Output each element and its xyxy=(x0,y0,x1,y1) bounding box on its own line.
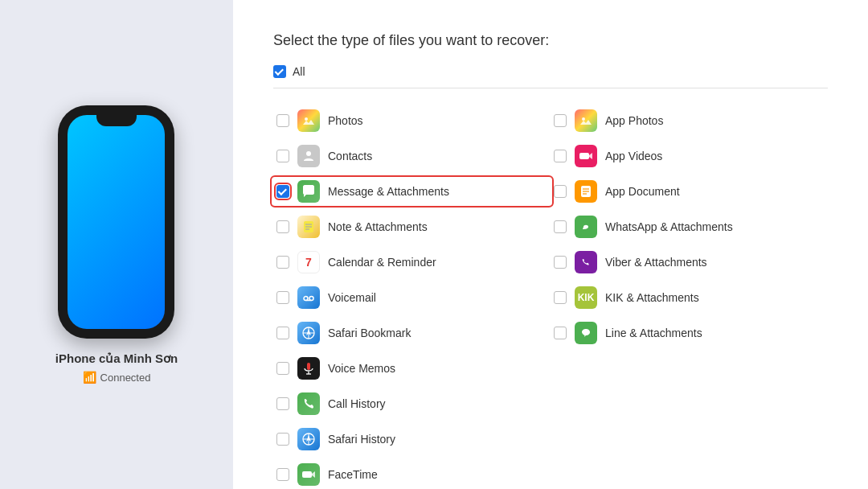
main-content: Select the type of files you want to rec… xyxy=(233,0,868,489)
voicemail-checkbox[interactable] xyxy=(276,291,289,304)
sidebar: iPhone của Minh Sơn 📶 Connected xyxy=(0,0,233,489)
facetime-icon xyxy=(297,463,320,486)
calendar-icon: 7 xyxy=(297,251,320,273)
svg-marker-24 xyxy=(589,153,592,159)
list-item[interactable]: WhatsApp & Attachments xyxy=(551,209,828,244)
notes-label: Note & Attachments xyxy=(328,220,428,233)
connected-text: Connected xyxy=(100,372,151,384)
app-document-checkbox[interactable] xyxy=(554,185,567,198)
app-videos-checkbox[interactable] xyxy=(554,150,567,162)
kik-label: KIK & Attachments xyxy=(605,291,699,304)
voice-memos-checkbox[interactable] xyxy=(276,362,289,375)
list-item[interactable]: Line & Attachments xyxy=(551,315,828,351)
voicemail-icon xyxy=(297,286,320,309)
phone-container: iPhone của Minh Sơn 📶 Connected xyxy=(55,105,178,384)
contacts-checkbox[interactable] xyxy=(276,150,289,162)
line-checkbox[interactable] xyxy=(554,327,567,339)
list-item[interactable]: Safari Bookmark xyxy=(273,315,551,351)
svg-rect-20 xyxy=(302,471,312,478)
list-item[interactable]: KIK KIK & Attachments xyxy=(551,280,828,315)
contacts-icon xyxy=(297,145,320,167)
safari-history-icon xyxy=(297,428,320,450)
kik-icon: KIK xyxy=(575,286,597,309)
whatsapp-checkbox[interactable] xyxy=(554,220,567,233)
safari-bookmark-icon xyxy=(297,322,320,344)
call-history-label: Call History xyxy=(328,397,386,410)
safari-bookmark-checkbox[interactable] xyxy=(276,327,289,339)
call-history-icon xyxy=(297,392,320,415)
page-title: Select the type of files you want to rec… xyxy=(273,32,828,49)
left-column: Photos Contacts xyxy=(273,103,551,489)
list-item[interactable]: Voicemail xyxy=(273,280,551,315)
app-photos-icon xyxy=(575,109,597,132)
app-videos-label: App Videos xyxy=(605,150,662,162)
photos-checkbox[interactable] xyxy=(276,114,289,127)
calendar-label: Calendar & Reminder xyxy=(328,256,436,269)
app-photos-label: App Photos xyxy=(605,114,663,127)
viber-label: Viber & Attachments xyxy=(605,256,707,269)
messages-icon xyxy=(297,180,320,203)
messages-label: Message & Attachments xyxy=(328,185,449,198)
contacts-label: Contacts xyxy=(328,150,372,162)
safari-bookmark-label: Safari Bookmark xyxy=(328,327,411,339)
list-item[interactable]: App Videos xyxy=(551,138,828,174)
facetime-checkbox[interactable] xyxy=(276,468,289,481)
file-type-grid: Photos Contacts xyxy=(273,103,828,489)
list-item[interactable]: Message & Attachments xyxy=(273,174,551,209)
whatsapp-label: WhatsApp & Attachments xyxy=(605,220,733,233)
app-document-icon xyxy=(575,180,597,203)
calendar-checkbox[interactable] xyxy=(276,256,289,269)
connected-badge: 📶 Connected xyxy=(83,371,151,384)
photos-label: Photos xyxy=(328,114,363,127)
notes-icon xyxy=(297,216,320,238)
svg-rect-13 xyxy=(307,363,310,370)
list-item[interactable]: 7 Calendar & Reminder xyxy=(273,244,551,280)
list-item[interactable]: App Document xyxy=(551,174,828,209)
facetime-label: FaceTime xyxy=(328,468,378,481)
app-photos-checkbox[interactable] xyxy=(554,114,567,127)
call-history-checkbox[interactable] xyxy=(276,397,289,410)
list-item[interactable]: Contacts xyxy=(273,138,551,174)
line-icon xyxy=(575,322,597,344)
app-videos-icon xyxy=(575,145,597,167)
voice-memos-label: Voice Memos xyxy=(328,362,395,375)
list-item[interactable]: Photos xyxy=(273,103,551,138)
messages-checkbox[interactable] xyxy=(276,185,289,198)
viber-icon xyxy=(575,251,597,273)
svg-rect-23 xyxy=(579,153,589,159)
all-checkbox[interactable] xyxy=(273,65,286,78)
all-label: All xyxy=(293,65,305,78)
svg-point-30 xyxy=(580,257,592,268)
list-item[interactable]: FaceTime xyxy=(273,457,551,489)
notes-checkbox[interactable] xyxy=(276,220,289,233)
list-item[interactable]: Viber & Attachments xyxy=(551,244,828,280)
list-item[interactable]: Note & Attachments xyxy=(273,209,551,244)
voicemail-label: Voicemail xyxy=(328,291,376,304)
connected-icon: 📶 xyxy=(83,371,96,384)
svg-point-0 xyxy=(305,117,308,121)
list-item[interactable]: App Photos xyxy=(551,103,828,138)
list-item[interactable]: Safari History xyxy=(273,421,551,457)
svg-marker-21 xyxy=(312,471,315,478)
device-name: iPhone của Minh Sơn xyxy=(55,351,178,366)
safari-history-checkbox[interactable] xyxy=(276,433,289,446)
line-label: Line & Attachments xyxy=(605,327,702,339)
phone-notch xyxy=(96,115,137,126)
viber-checkbox[interactable] xyxy=(554,256,567,269)
right-column: App Photos App Videos xyxy=(551,103,828,489)
phone-frame xyxy=(58,105,174,339)
select-all-row[interactable]: All xyxy=(273,65,828,88)
kik-checkbox[interactable] xyxy=(554,291,567,304)
app-document-label: App Document xyxy=(605,185,680,198)
phone-screen xyxy=(68,115,165,329)
safari-history-label: Safari History xyxy=(328,433,395,446)
svg-point-1 xyxy=(306,151,311,156)
svg-point-22 xyxy=(582,117,585,121)
list-item[interactable]: Voice Memos xyxy=(273,351,551,386)
photos-icon xyxy=(297,109,320,132)
list-item[interactable]: Call History xyxy=(273,386,551,421)
whatsapp-icon xyxy=(575,216,597,238)
voice-memos-icon xyxy=(297,357,320,380)
